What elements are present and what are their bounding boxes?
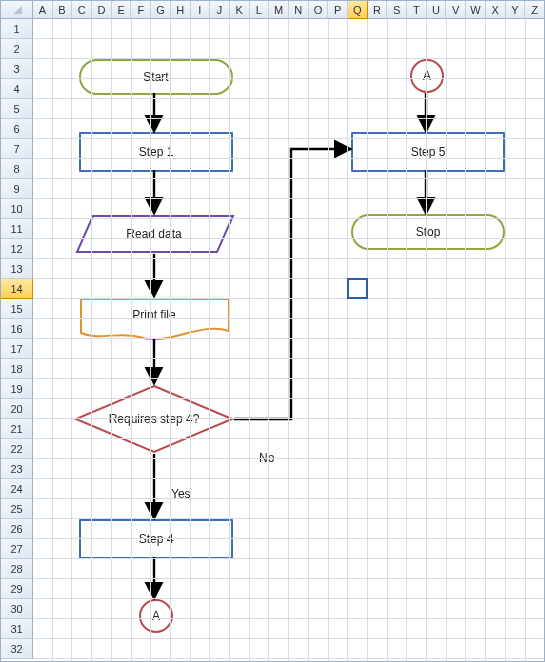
column-header-L[interactable]: L — [250, 1, 270, 19]
column-header-E[interactable]: E — [112, 1, 132, 19]
column-header-row: ABCDEFGHIJKLMNOPQRSTUVWXYZ — [1, 1, 545, 19]
column-header-J[interactable]: J — [210, 1, 230, 19]
column-header-K[interactable]: K — [230, 1, 250, 19]
row-header-30[interactable]: 30 — [1, 599, 33, 619]
column-header-D[interactable]: D — [92, 1, 112, 19]
select-all-corner[interactable] — [1, 1, 33, 19]
row-header-27[interactable]: 27 — [1, 539, 33, 559]
flow-connector-a-out[interactable]: A — [139, 599, 173, 633]
row-header-9[interactable]: 9 — [1, 179, 33, 199]
row-header-20[interactable]: 20 — [1, 399, 33, 419]
row-header-1[interactable]: 1 — [1, 19, 33, 39]
row-header-32[interactable]: 32 — [1, 639, 33, 659]
flow-connector-a-in[interactable]: A — [410, 59, 444, 93]
row-header-5[interactable]: 5 — [1, 99, 33, 119]
column-header-X[interactable]: X — [486, 1, 506, 19]
column-header-W[interactable]: W — [466, 1, 486, 19]
row-header-22[interactable]: 22 — [1, 439, 33, 459]
column-header-M[interactable]: M — [269, 1, 289, 19]
svg-marker-0 — [13, 6, 22, 14]
row-header-8[interactable]: 8 — [1, 159, 33, 179]
column-header-Y[interactable]: Y — [506, 1, 526, 19]
column-header-U[interactable]: U — [427, 1, 447, 19]
row-header-24[interactable]: 24 — [1, 479, 33, 499]
column-header-Q[interactable]: Q — [348, 1, 368, 19]
row-header-column: 1234567891011121314151617181920212223242… — [1, 19, 33, 659]
row-header-28[interactable]: 28 — [1, 559, 33, 579]
row-header-15[interactable]: 15 — [1, 299, 33, 319]
flow-document-printfile-label: Print file — [79, 297, 229, 333]
row-header-25[interactable]: 25 — [1, 499, 33, 519]
column-header-S[interactable]: S — [387, 1, 407, 19]
grid-area[interactable]: Start Step 1 Read data Print file Requir… — [33, 19, 544, 661]
row-header-14[interactable]: 14 — [1, 279, 33, 299]
row-header-7[interactable]: 7 — [1, 139, 33, 159]
row-header-16[interactable]: 16 — [1, 319, 33, 339]
row-header-11[interactable]: 11 — [1, 219, 33, 239]
row-header-19[interactable]: 19 — [1, 379, 33, 399]
column-header-T[interactable]: T — [407, 1, 427, 19]
row-header-26[interactable]: 26 — [1, 519, 33, 539]
column-header-R[interactable]: R — [368, 1, 388, 19]
column-header-I[interactable]: I — [191, 1, 211, 19]
flow-data-readdata-label: Read data — [79, 214, 229, 254]
column-header-O[interactable]: O — [309, 1, 329, 19]
column-header-A[interactable]: A — [33, 1, 53, 19]
row-header-13[interactable]: 13 — [1, 259, 33, 279]
row-header-29[interactable]: 29 — [1, 579, 33, 599]
column-header-G[interactable]: G — [151, 1, 171, 19]
column-header-B[interactable]: B — [53, 1, 73, 19]
column-header-Z[interactable]: Z — [525, 1, 545, 19]
row-header-23[interactable]: 23 — [1, 459, 33, 479]
row-header-21[interactable]: 21 — [1, 419, 33, 439]
row-header-2[interactable]: 2 — [1, 39, 33, 59]
row-header-17[interactable]: 17 — [1, 339, 33, 359]
row-header-31[interactable]: 31 — [1, 619, 33, 639]
active-cell — [347, 278, 368, 299]
flow-terminator-stop[interactable]: Stop — [351, 214, 505, 250]
row-header-6[interactable]: 6 — [1, 119, 33, 139]
row-header-12[interactable]: 12 — [1, 239, 33, 259]
column-header-V[interactable]: V — [446, 1, 466, 19]
column-header-C[interactable]: C — [72, 1, 92, 19]
select-all-icon — [10, 4, 24, 16]
column-header-P[interactable]: P — [328, 1, 348, 19]
row-header-3[interactable]: 3 — [1, 59, 33, 79]
row-header-18[interactable]: 18 — [1, 359, 33, 379]
column-header-H[interactable]: H — [171, 1, 191, 19]
column-header-N[interactable]: N — [289, 1, 309, 19]
row-header-4[interactable]: 4 — [1, 79, 33, 99]
worksheet: ABCDEFGHIJKLMNOPQRSTUVWXYZ 1234567891011… — [0, 0, 545, 662]
row-header-10[interactable]: 10 — [1, 199, 33, 219]
column-header-F[interactable]: F — [131, 1, 151, 19]
